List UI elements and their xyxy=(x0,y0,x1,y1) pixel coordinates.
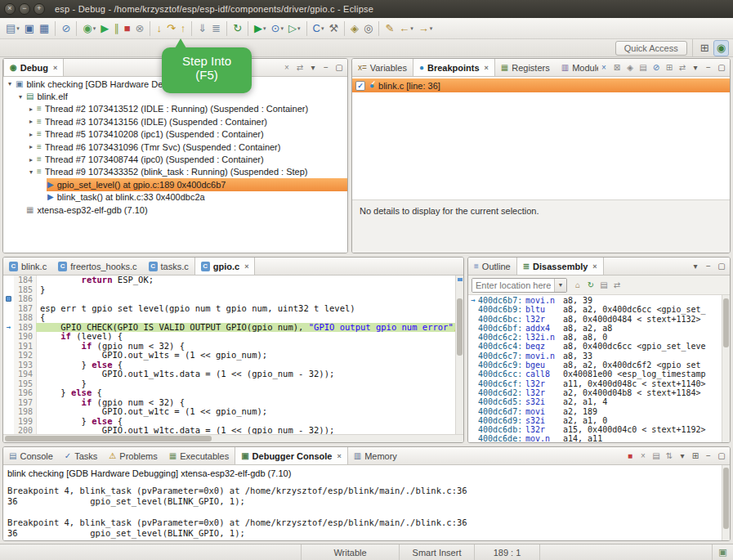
editor-line[interactable]: 187esp_err_t gpio_set_level(gpio_num_t g… xyxy=(3,304,455,314)
editor-line[interactable]: 188{ xyxy=(3,313,455,323)
line-number[interactable]: 200 xyxy=(14,426,36,434)
new-button[interactable]: ▤▾ xyxy=(3,20,22,37)
expander-icon[interactable]: ▸ xyxy=(26,105,36,113)
view-menu-button[interactable]: ▾ xyxy=(690,61,701,74)
disassembly-line[interactable]: →400dc6b7:movi.na8, 39 xyxy=(468,296,722,305)
scrollbar-thumb[interactable] xyxy=(457,298,463,356)
build-button[interactable]: ⚒ xyxy=(326,20,341,37)
step-return-button[interactable]: ↑ xyxy=(178,20,189,37)
scrollbar-thumb[interactable] xyxy=(723,468,729,529)
scrollbar-thumb[interactable] xyxy=(5,436,212,441)
expander-icon[interactable]: ▸ xyxy=(26,118,36,125)
debug-button[interactable]: ◉▾ xyxy=(80,20,98,37)
close-tab-icon[interactable]: × xyxy=(337,452,341,460)
resume-button[interactable]: ▶ xyxy=(98,20,111,37)
quick-access-button[interactable]: Quick Access xyxy=(615,41,687,56)
editor-vertical-scrollbar[interactable] xyxy=(455,276,463,434)
editor-line[interactable]: 194 GPIO.out1_w1ts.data = (1 << (gpio_nu… xyxy=(3,370,455,379)
last-edit-location-button[interactable]: ✎ xyxy=(382,20,396,37)
tab-blink-c[interactable]: Cblink.c xyxy=(3,258,52,275)
close-tab-icon[interactable]: × xyxy=(592,262,597,271)
expander-icon[interactable]: ▸ xyxy=(26,143,36,150)
link-with-debug-button[interactable]: ⇄ xyxy=(677,61,688,74)
debug-tree-row[interactable]: ▶gpio_set_level() at gpio.c:189 0x400dc6… xyxy=(3,178,347,190)
disassembly-line[interactable]: 400dc6c2:l32i.na8, a8, 0 xyxy=(468,333,722,342)
close-tab-icon[interactable]: × xyxy=(53,64,57,72)
line-number[interactable]: 185 xyxy=(14,285,36,295)
maximize-button[interactable]: ▢ xyxy=(716,61,727,74)
editor-line[interactable]: 192 GPIO.out_w1ts = (1 << gpio_num); xyxy=(3,351,455,361)
expander-icon[interactable]: ▾ xyxy=(26,168,36,176)
tab-debugger-console[interactable]: ▣Debugger Console× xyxy=(235,447,348,464)
editor-line[interactable]: 184 return ESP_OK; xyxy=(3,276,455,285)
expand-all-button[interactable]: ⊞ xyxy=(664,61,675,74)
line-number[interactable]: 191 xyxy=(14,342,36,352)
disassembly-line[interactable]: 400dc6db:l32ra15, 0x400d04c0 <_stext+119… xyxy=(468,425,722,434)
refresh-button[interactable]: ↻ xyxy=(585,279,597,292)
home-button[interactable]: ⌂ xyxy=(572,279,583,292)
close-tab-icon[interactable]: × xyxy=(485,64,489,72)
debug-perspective-button[interactable]: ◉ xyxy=(713,40,729,56)
tab-variables[interactable]: x=Variables xyxy=(352,59,413,76)
line-number[interactable]: 189 xyxy=(14,323,36,333)
restart-button[interactable]: ↻ xyxy=(230,20,244,37)
back-button[interactable]: ←▾ xyxy=(396,20,416,37)
editor-code-area[interactable]: 184 return ESP_OK;185}186187esp_err_t gp… xyxy=(3,276,455,434)
tab-memory[interactable]: ▥Memory xyxy=(348,447,403,464)
line-number[interactable]: 196 xyxy=(14,388,36,398)
line-number[interactable]: 186 xyxy=(14,294,36,304)
disassembly-line[interactable]: 400dc6d9:s32ia2, a1, 0 xyxy=(468,416,722,425)
line-number[interactable]: 190 xyxy=(14,332,36,342)
breakpoint-row[interactable]: ✓●✓blink.c [line: 36] xyxy=(352,78,730,92)
tab-debug[interactable]: ◉Debug× xyxy=(3,59,64,76)
editor-line[interactable]: 195 } xyxy=(3,379,455,389)
tab-disassembly[interactable]: ≣Disassembly× xyxy=(516,258,604,275)
minimize-button[interactable]: − xyxy=(320,61,332,74)
tab-modules[interactable]: ▥Modules xyxy=(556,59,598,76)
editor-line[interactable]: 200 GPIO.out1_w1tc.data = (1 << (gpio_nu… xyxy=(3,426,455,434)
show-source-button[interactable]: ▤ xyxy=(598,279,610,292)
editor-line[interactable]: 198 GPIO.out_w1tc = (1 << gpio_num); xyxy=(3,407,455,417)
location-dropdown-icon[interactable]: ▼ xyxy=(554,279,566,292)
tab-freertos-hooks-c[interactable]: Cfreertos_hooks.c xyxy=(52,258,142,275)
editor-line[interactable]: 199 } else { xyxy=(3,417,455,427)
scrollbar-thumb[interactable] xyxy=(723,298,729,347)
remove-all-terminated-button[interactable]: × xyxy=(281,61,293,74)
tab-problems[interactable]: ⚠Problems xyxy=(103,447,163,464)
disassembly-vertical-scrollbar[interactable] xyxy=(722,295,730,442)
close-tab-icon[interactable]: × xyxy=(244,262,248,271)
breakpoint-checkbox[interactable]: ✓ xyxy=(355,81,365,91)
editor-line[interactable]: 191 if (gpio_num < 32) { xyxy=(3,342,455,352)
line-number[interactable]: 184 xyxy=(14,276,36,285)
editor-line[interactable]: 196 } else { xyxy=(3,388,455,398)
expander-icon[interactable]: ▾ xyxy=(5,80,15,87)
save-all-button[interactable]: ▦ xyxy=(37,20,51,37)
debug-tree-row[interactable]: ▸≡Thread #2 1073413512 (IDLE : Running) … xyxy=(3,103,347,115)
disassembly-line[interactable]: 400dc6d7:movia2, 189 xyxy=(468,407,722,416)
view-menu-button[interactable]: ▾ xyxy=(307,61,319,74)
scroll-lock-button[interactable]: ⇅ xyxy=(664,450,675,463)
window-minimize-button[interactable]: − xyxy=(19,3,30,15)
remove-launch-button[interactable]: × xyxy=(637,450,649,463)
skip-all-breakpoints-button[interactable]: ⊘ xyxy=(59,20,73,37)
step-over-button[interactable]: ↷ xyxy=(164,20,178,37)
disassembly-line[interactable]: 400dc6de:mov.na14, a11 xyxy=(468,434,722,442)
window-maximize-button[interactable]: + xyxy=(34,3,45,15)
tab-executables[interactable]: ▦Executables xyxy=(163,447,235,464)
clear-console-button[interactable]: ▤ xyxy=(650,450,662,463)
debug-tree-row[interactable]: ▾≡Thread #9 1073433352 (blink_task : Run… xyxy=(3,166,347,178)
tab-tasks-c[interactable]: Ctasks.c xyxy=(143,258,194,275)
editor-line[interactable]: 193 } else { xyxy=(3,361,455,370)
location-input[interactable] xyxy=(472,279,554,292)
disassembly-lines[interactable]: →400dc6b7:movi.na8, 39400dc6b9:bltua8, a… xyxy=(468,295,722,442)
debug-tree-row[interactable]: ▸≡Thread #7 1073408744 (ipc0) (Suspended… xyxy=(3,153,347,165)
editor-horizontal-scrollbar[interactable] xyxy=(3,434,463,442)
instruction-stepping-button[interactable]: ≣ xyxy=(209,20,223,37)
editor-line[interactable]: 197 if (gpio_num < 32) { xyxy=(3,398,455,408)
minimize-button[interactable]: − xyxy=(703,61,714,74)
go-to-file-button[interactable]: ▤ xyxy=(637,61,649,74)
tab-tasks[interactable]: ✓Tasks xyxy=(59,447,104,464)
mark-occurrences-button[interactable]: ◎ xyxy=(361,20,375,37)
tab-outline[interactable]: ≡Outline xyxy=(468,258,516,275)
disassembly-line[interactable]: 400dc6b9:bltua8, a2, 0x400dc6cc <gpio_se… xyxy=(468,305,722,314)
